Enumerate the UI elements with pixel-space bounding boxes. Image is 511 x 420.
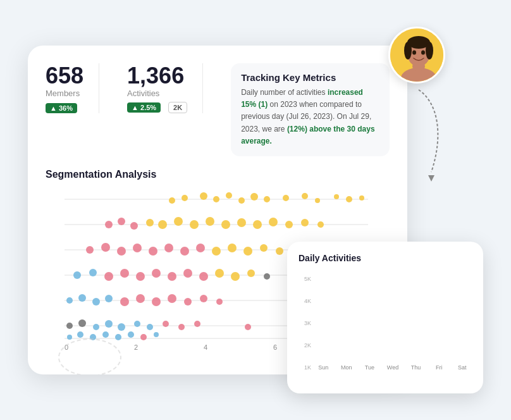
svg-point-25 bbox=[213, 196, 219, 202]
svg-marker-9 bbox=[428, 175, 434, 182]
svg-point-32 bbox=[315, 198, 320, 203]
svg-point-50 bbox=[317, 221, 324, 228]
svg-point-76 bbox=[264, 273, 270, 280]
tracking-text: Daily number of activities increased 15%… bbox=[241, 87, 379, 147]
svg-point-99 bbox=[67, 335, 72, 340]
svg-point-8 bbox=[421, 51, 425, 55]
svg-point-59 bbox=[212, 247, 221, 256]
bar-column: Wed bbox=[383, 362, 403, 371]
activities-card-title: Daily Activities bbox=[299, 253, 472, 263]
svg-point-75 bbox=[247, 269, 255, 277]
svg-point-5 bbox=[404, 42, 412, 59]
bar-day-label: Fri bbox=[436, 364, 443, 371]
bar-day-label: Sun bbox=[318, 364, 328, 371]
tracking-box: Tracking Key Metrics Daily number of act… bbox=[231, 63, 390, 156]
svg-point-49 bbox=[301, 219, 309, 226]
dashed-decoration bbox=[58, 338, 121, 374]
bar-day-label: Sat bbox=[458, 364, 467, 371]
svg-point-63 bbox=[276, 247, 283, 255]
members-number: 658 bbox=[46, 63, 83, 89]
bar-column: Sun bbox=[314, 362, 333, 371]
svg-point-36 bbox=[105, 221, 113, 228]
svg-point-28 bbox=[250, 193, 258, 201]
stats-and-tracking: 658 Members ▲ 36% 1,366 Activities ▲ 2.5… bbox=[46, 63, 390, 156]
svg-point-83 bbox=[152, 297, 161, 306]
svg-point-88 bbox=[66, 323, 73, 329]
svg-point-103 bbox=[115, 334, 121, 340]
activities-badge2: 2K bbox=[168, 102, 187, 113]
svg-point-78 bbox=[78, 294, 86, 302]
svg-point-89 bbox=[78, 319, 86, 327]
svg-point-51 bbox=[86, 246, 94, 254]
members-label: Members bbox=[46, 89, 83, 98]
svg-point-31 bbox=[302, 193, 308, 199]
svg-point-27 bbox=[238, 197, 245, 204]
svg-point-77 bbox=[66, 297, 73, 304]
y-axis: 5K 4K 3K 2K 1K bbox=[299, 276, 314, 371]
svg-point-54 bbox=[133, 244, 142, 252]
activities-label: Activities bbox=[127, 89, 187, 98]
svg-point-91 bbox=[105, 320, 113, 328]
svg-text:4: 4 bbox=[204, 343, 207, 351]
svg-point-73 bbox=[215, 269, 224, 278]
svg-point-90 bbox=[93, 324, 99, 330]
svg-point-102 bbox=[102, 331, 109, 338]
bar-day-label: Wed bbox=[387, 364, 398, 371]
svg-point-6 bbox=[426, 42, 433, 59]
svg-point-74 bbox=[231, 272, 240, 281]
svg-point-84 bbox=[168, 294, 176, 303]
segmentation-title: Segmentation Analysis bbox=[46, 169, 390, 180]
svg-point-105 bbox=[140, 334, 147, 340]
svg-point-24 bbox=[200, 192, 207, 200]
svg-point-43 bbox=[206, 217, 214, 226]
svg-point-106 bbox=[154, 332, 159, 337]
svg-point-26 bbox=[226, 192, 232, 199]
bar-day-label: Thu bbox=[411, 364, 421, 371]
svg-point-22 bbox=[169, 197, 175, 204]
svg-point-81 bbox=[120, 297, 129, 306]
members-stat: 658 Members ▲ 36% bbox=[46, 63, 99, 113]
svg-point-72 bbox=[199, 272, 208, 281]
svg-point-44 bbox=[221, 220, 230, 229]
svg-point-42 bbox=[190, 220, 199, 229]
svg-point-93 bbox=[134, 321, 140, 327]
svg-point-57 bbox=[180, 247, 189, 256]
svg-point-30 bbox=[283, 195, 289, 201]
svg-point-48 bbox=[285, 221, 293, 228]
activities-chart: 5K 4K 3K 2K 1K SunMonTueWedThuFriSat bbox=[299, 269, 472, 371]
svg-point-34 bbox=[346, 196, 352, 202]
svg-point-96 bbox=[178, 324, 185, 330]
chart-area: SunMonTueWedThuFriSat bbox=[314, 276, 472, 371]
svg-point-86 bbox=[200, 295, 207, 302]
svg-point-61 bbox=[243, 247, 252, 256]
svg-point-37 bbox=[118, 218, 125, 225]
svg-point-33 bbox=[334, 194, 339, 199]
svg-point-55 bbox=[149, 247, 157, 256]
activities-card: Daily Activities 5K 4K 3K 2K 1K SunMonTu… bbox=[287, 242, 483, 393]
svg-point-95 bbox=[163, 321, 169, 327]
svg-point-85 bbox=[184, 298, 192, 306]
bar-day-label: Mon bbox=[341, 364, 352, 371]
svg-text:6: 6 bbox=[273, 343, 277, 351]
svg-point-80 bbox=[105, 295, 113, 302]
bar-column: Fri bbox=[429, 362, 449, 371]
svg-point-38 bbox=[130, 222, 138, 230]
bar-day-label: Tue bbox=[365, 364, 374, 371]
svg-point-70 bbox=[168, 272, 176, 281]
activities-badge: ▲ 2.5% bbox=[127, 102, 161, 113]
svg-point-79 bbox=[92, 298, 100, 306]
svg-point-104 bbox=[128, 331, 134, 338]
svg-point-92 bbox=[118, 323, 125, 331]
scene: 658 Members ▲ 36% 1,366 Activities ▲ 2.5… bbox=[28, 27, 483, 393]
svg-point-41 bbox=[174, 217, 183, 226]
svg-point-71 bbox=[183, 269, 192, 278]
svg-point-66 bbox=[104, 272, 113, 281]
bar-column: Mon bbox=[337, 362, 357, 371]
svg-point-98 bbox=[245, 324, 251, 330]
avatar bbox=[388, 27, 445, 83]
svg-point-64 bbox=[73, 271, 81, 279]
svg-point-7 bbox=[412, 51, 416, 55]
svg-point-69 bbox=[152, 269, 161, 278]
svg-point-53 bbox=[117, 247, 126, 256]
svg-point-46 bbox=[253, 220, 262, 229]
